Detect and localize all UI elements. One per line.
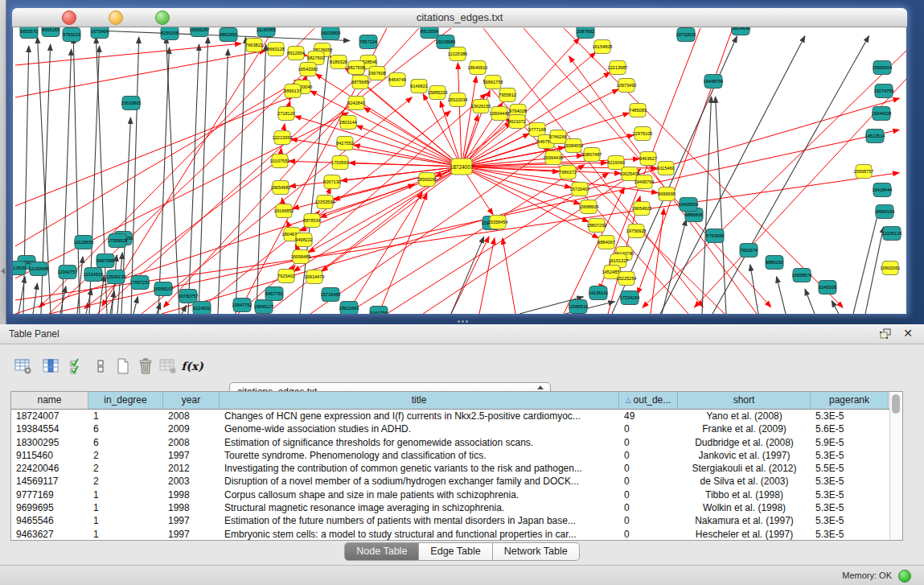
graph-node[interactable]: 8912954 — [287, 47, 305, 60]
graph-node[interactable]: 9875685 — [351, 76, 369, 89]
tab-network-table[interactable]: Network Table — [493, 542, 580, 561]
graph-node[interactable]: 9146821 — [410, 80, 428, 93]
black-edge[interactable] — [131, 37, 139, 314]
graph-node[interactable]: 7663822 — [245, 39, 263, 52]
graph-node[interactable]: 7485083 — [629, 104, 647, 117]
graph-node[interactable]: 1675404 — [91, 27, 109, 39]
red-edge[interactable] — [102, 28, 274, 307]
graph-node[interactable]: 8427552 — [336, 137, 354, 150]
graph-hub-node[interactable]: 18724007 — [450, 159, 474, 175]
red-edge[interactable] — [295, 116, 462, 167]
network-window-titlebar[interactable]: citations_edges.txt — [12, 8, 907, 27]
graph-node[interactable]: 16099489 — [291, 250, 311, 264]
column-header-short[interactable]: short — [678, 392, 811, 409]
tab-edge-table[interactable]: Edge Table — [419, 542, 492, 561]
graph-node[interactable]: 15716485 — [321, 288, 341, 302]
graph-node[interactable]: 17359928 — [108, 234, 128, 248]
column-header-year[interactable]: year — [163, 392, 220, 409]
graph-node[interactable]: 2087682 — [577, 27, 594, 39]
black-edge[interactable] — [158, 47, 170, 314]
graph-node[interactable]: 16782757 — [179, 290, 199, 303]
graph-node[interactable]: 18322034 — [448, 93, 468, 107]
graph-node[interactable]: 3913505 — [13, 262, 26, 275]
graph-node[interactable]: 8655183 — [42, 27, 60, 37]
graph-node[interactable]: 9498222 — [295, 233, 313, 247]
graph-node[interactable]: 20732625 — [676, 28, 696, 42]
graph-node[interactable]: 16418444 — [873, 183, 893, 197]
graph-node[interactable]: 16958107 — [154, 282, 174, 296]
graph-node[interactable]: 10107552 — [270, 154, 290, 168]
graph-node[interactable]: 9463627 — [639, 152, 657, 166]
column-header-in_degree[interactable]: in_degree — [88, 392, 163, 409]
graph-node[interactable]: 18640910 — [468, 61, 488, 75]
graph-node[interactable]: 9862650 — [220, 28, 237, 42]
graph-node[interactable]: 10688609 — [579, 200, 599, 214]
graph-node[interactable]: 12150688 — [29, 262, 49, 276]
graph-node[interactable]: 14513514 — [865, 130, 885, 143]
graph-node[interactable]: 9746266 — [549, 130, 567, 144]
red-edge[interactable] — [379, 193, 427, 314]
graph-node[interactable]: 12353594 — [315, 196, 335, 209]
graph-node[interactable]: 9245009 — [819, 281, 836, 295]
black-edge[interactable] — [166, 37, 179, 314]
graph-node[interactable]: 13505135 — [106, 270, 126, 284]
graph-node[interactable]: 18621663 — [339, 302, 359, 315]
graph-node[interactable]: 19166852 — [274, 204, 294, 218]
graph-node[interactable]: 15358454 — [488, 216, 508, 229]
graph-node[interactable]: 16961758 — [483, 76, 503, 89]
graph-node[interactable]: 2718120 — [277, 107, 295, 121]
graph-node[interactable]: 16033809 — [321, 27, 341, 40]
graph-node[interactable]: 19756928 — [626, 225, 647, 238]
select-columns-button[interactable] — [40, 355, 61, 377]
red-edge[interactable] — [356, 126, 462, 167]
graph-node[interactable]: 9115460 — [657, 162, 674, 175]
table-vertical-scrollbar[interactable] — [889, 392, 902, 540]
black-edge[interactable] — [86, 289, 92, 314]
red-edge[interactable] — [49, 130, 899, 314]
red-edge[interactable] — [322, 167, 462, 271]
graph-node[interactable]: 8186328 — [330, 56, 347, 69]
graph-node[interactable]: 20633805 — [121, 97, 142, 110]
black-edge[interactable] — [662, 220, 686, 314]
graph-node[interactable]: 9827508 — [347, 61, 365, 75]
graph-node[interactable]: 6793906 — [706, 229, 724, 243]
column-header-out_de[interactable]: △out_de... — [619, 392, 678, 409]
graph-node[interactable]: 19654982 — [271, 181, 291, 195]
graph-node[interactable]: 7857224 — [359, 35, 377, 49]
graph-node[interactable]: 16914479 — [305, 270, 325, 284]
graph-node[interactable]: 16154808 — [593, 40, 613, 54]
table-row[interactable]: 2242004622012Investigating the contribut… — [11, 462, 890, 475]
graph-node[interactable]: 1700563 — [331, 156, 349, 170]
black-edge[interactable] — [77, 257, 83, 314]
table-row[interactable]: 911546021997Tourette syndrome. Phenomeno… — [11, 449, 890, 462]
graph-node[interactable]: 9699695 — [658, 187, 676, 201]
graph-node[interactable]: 10902061 — [881, 262, 901, 275]
graph-node[interactable]: 19495764 — [634, 175, 655, 189]
red-edge[interactable] — [15, 96, 294, 206]
graph-node[interactable]: 18984154 — [875, 205, 895, 219]
graph-node[interactable]: 17957253 — [130, 276, 150, 290]
graph-node[interactable]: 15950004 — [873, 61, 893, 75]
graph-node[interactable]: 11160955 — [257, 27, 276, 37]
red-edge[interactable] — [440, 101, 462, 167]
graph-node[interactable]: 8813054 — [421, 27, 438, 39]
graph-node[interactable]: 10120655 — [74, 236, 94, 249]
graph-node[interactable]: 9160756 — [370, 307, 388, 315]
graph-node[interactable]: 19904448 — [490, 107, 510, 121]
graph-node[interactable]: 18614040 — [731, 27, 751, 35]
black-edge[interactable] — [218, 49, 228, 314]
graph-node[interactable]: 9457791 — [265, 287, 283, 301]
select-all-checks-button[interactable] — [66, 355, 87, 377]
black-edge[interactable] — [182, 305, 187, 314]
black-edge[interactable] — [853, 205, 880, 314]
graph-node[interactable]: 19274759 — [874, 84, 894, 98]
graph-node[interactable]: 7691574 — [740, 244, 758, 257]
graph-node[interactable]: 9777169 — [528, 123, 546, 137]
graph-node[interactable]: 15720407 — [570, 183, 590, 196]
graph-node[interactable]: 8267130 — [323, 175, 341, 189]
red-edge[interactable] — [462, 167, 598, 238]
float-panel-icon[interactable] — [879, 328, 892, 340]
red-edge[interactable] — [347, 192, 422, 314]
graph-node[interactable]: 9997588 — [97, 254, 114, 268]
black-edge[interactable] — [133, 297, 138, 314]
